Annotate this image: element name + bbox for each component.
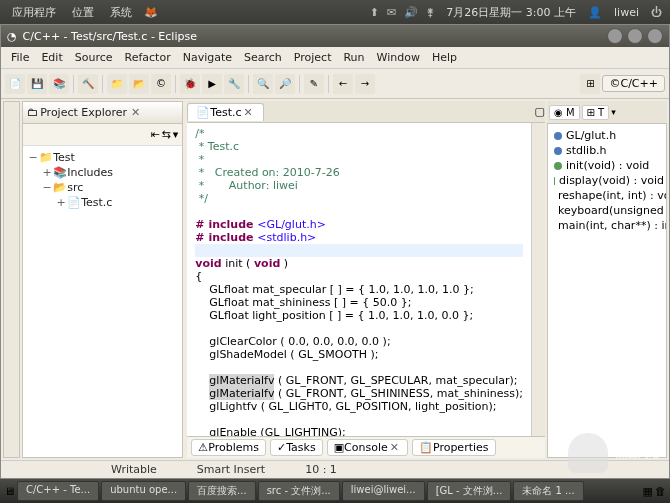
menu-help[interactable]: Help	[426, 51, 463, 64]
tab-properties[interactable]: 📋Properties	[412, 439, 496, 456]
outline-item[interactable]: main(int, char**) : in	[550, 218, 664, 233]
taskbar-button[interactable]: liwei@liwei...	[342, 481, 425, 501]
eclipse-window: ◔ C/C++ - Test/src/Test.c - Eclipse File…	[0, 24, 670, 479]
problems-icon: ⚠	[198, 441, 208, 454]
outline-tree[interactable]: GL/glut.hstdlib.hinit(void) : voiddispla…	[547, 123, 667, 458]
tree-file-testc[interactable]: +📄 Test.c	[27, 195, 178, 210]
maximize-editor-button[interactable]: ▢	[535, 105, 545, 118]
menu-edit[interactable]: Edit	[35, 51, 68, 64]
console-icon: ▣	[334, 441, 344, 454]
status-writable: Writable	[91, 463, 177, 476]
view-menu-button[interactable]: ▾	[611, 107, 616, 117]
menu-file[interactable]: File	[5, 51, 35, 64]
outline-item[interactable]: init(void) : void	[550, 158, 664, 173]
gnome-menu-apps[interactable]: 应用程序	[4, 5, 64, 20]
taskbar-button[interactable]: [GL - 文件浏...	[427, 481, 512, 501]
titlebar[interactable]: ◔ C/C++ - Test/src/Test.c - Eclipse	[1, 25, 669, 47]
minimize-button[interactable]	[607, 28, 623, 44]
collapse-all-button[interactable]: ⇤	[150, 128, 159, 141]
tree-includes[interactable]: +📚 Includes	[27, 165, 178, 180]
maximize-button[interactable]	[627, 28, 643, 44]
properties-icon: 📋	[419, 441, 433, 454]
power-icon[interactable]: ⏻	[647, 6, 666, 19]
show-desktop-icon[interactable]: 🖥	[4, 485, 15, 498]
menu-run[interactable]: Run	[337, 51, 370, 64]
menu-navigate[interactable]: Navigate	[177, 51, 238, 64]
c-file-icon: 📄	[196, 106, 210, 119]
outline-tab-m[interactable]: ◉ M	[549, 105, 580, 120]
taskbar-button[interactable]: 百度搜索...	[188, 481, 256, 501]
editor-area: 📄 Test.c ✕ ▢ /* * Test.c * * Created on:…	[187, 101, 545, 458]
menu-source[interactable]: Source	[69, 51, 119, 64]
perspective-cpp[interactable]: © C/C++	[602, 75, 665, 92]
search-button[interactable]: 🔎	[275, 74, 295, 94]
new-button[interactable]: 📄	[5, 74, 25, 94]
close-icon[interactable]: ✕	[388, 441, 401, 454]
outline-tab-t[interactable]: ⊞ T	[582, 105, 610, 120]
build-button[interactable]: 🔨	[78, 74, 98, 94]
close-icon[interactable]: ✕	[129, 106, 142, 119]
tab-console[interactable]: ▣Console✕	[327, 439, 408, 456]
taskbar-button[interactable]: 未命名 1 ...	[513, 481, 583, 501]
gnome-menu-places[interactable]: 位置	[64, 5, 102, 20]
outline-panel: ◉ M ⊞ T ▾ GL/glut.hstdlib.hinit(void) : …	[547, 101, 667, 458]
tree-src[interactable]: −📂 src	[27, 180, 178, 195]
project-explorer-panel: 🗀 Project Explorer ✕ ⇤ ⇆ ▾ −📁 Test	[22, 101, 183, 458]
taskbar-button[interactable]: src - 文件浏...	[258, 481, 340, 501]
menu-refactor[interactable]: Refactor	[119, 51, 177, 64]
mail-icon[interactable]: ✉	[383, 6, 400, 19]
editor-tab-testc[interactable]: 📄 Test.c ✕	[187, 103, 263, 121]
open-type-button[interactable]: 🔍	[253, 74, 273, 94]
bottom-tab-bar: ⚠Problems ✓Tasks ▣Console✕ 📋Properties	[187, 436, 545, 458]
cpp-icon: ©	[609, 77, 620, 90]
tree-project[interactable]: −📁 Test	[27, 150, 178, 165]
menu-project[interactable]: Project	[288, 51, 338, 64]
volume-icon[interactable]: 🔊	[400, 6, 422, 19]
code-editor[interactable]: /* * Test.c * * Created on: 2010-7-26 * …	[187, 123, 545, 436]
window-title: C/C++ - Test/src/Test.c - Eclipse	[23, 30, 603, 43]
editor-text[interactable]: /* * Test.c * * Created on: 2010-7-26 * …	[187, 123, 531, 436]
open-perspective-button[interactable]: ⊞	[580, 74, 600, 94]
user-menu[interactable]: liwei	[606, 6, 647, 19]
outline-item[interactable]: keyboard(unsigned c	[550, 203, 664, 218]
new-folder-button[interactable]: 📂	[129, 74, 149, 94]
firefox-icon[interactable]: 🦊	[140, 6, 162, 19]
save-button[interactable]: 💾	[27, 74, 47, 94]
tasks-icon: ✓	[277, 441, 286, 454]
taskbar-button[interactable]: ubuntu ope...	[101, 481, 186, 501]
new-project-button[interactable]: 📁	[107, 74, 127, 94]
gnome-top-panel: 应用程序 位置 系统 🦊 ⬆ ✉ 🔊 ⚵ 7月26日星期一 3:00 上午 👤 …	[0, 0, 670, 24]
workspace-switcher[interactable]: ▦	[643, 485, 653, 498]
run-button[interactable]: ▶	[202, 74, 222, 94]
update-icon[interactable]: ⬆	[366, 6, 383, 19]
fast-view-bar[interactable]	[3, 101, 20, 458]
taskbar-button[interactable]: C/C++ - Te...	[17, 481, 99, 501]
menu-window[interactable]: Window	[371, 51, 426, 64]
vertical-scrollbar[interactable]	[531, 123, 545, 436]
tab-problems[interactable]: ⚠Problems	[191, 439, 266, 456]
project-tree[interactable]: −📁 Test +📚 Includes −📂 src +📄 Test.c	[23, 146, 182, 457]
network-icon[interactable]: ⚵	[422, 6, 438, 19]
outline-item[interactable]: reshape(int, int) : vo	[550, 188, 664, 203]
outline-item[interactable]: display(void) : void	[550, 173, 664, 188]
close-button[interactable]	[647, 28, 663, 44]
clock[interactable]: 7月26日星期一 3:00 上午	[438, 5, 584, 20]
toggle-mark-button[interactable]: ✎	[304, 74, 324, 94]
link-editor-button[interactable]: ⇆	[162, 128, 171, 141]
tab-tasks[interactable]: ✓Tasks	[270, 439, 323, 456]
view-menu-button[interactable]: ▾	[173, 128, 179, 141]
outline-item[interactable]: GL/glut.h	[550, 128, 664, 143]
save-all-button[interactable]: 📚	[49, 74, 69, 94]
menu-search[interactable]: Search	[238, 51, 288, 64]
main-toolbar: 📄 💾 📚 🔨 📁 📂 © 🐞 ▶ 🔧 🔍 🔎 ✎ ← → ⊞ © C/C++	[1, 69, 669, 99]
debug-button[interactable]: 🐞	[180, 74, 200, 94]
close-icon[interactable]: ✕	[242, 106, 255, 119]
ext-tools-button[interactable]: 🔧	[224, 74, 244, 94]
trash-icon[interactable]: 🗑	[655, 485, 666, 498]
outline-item[interactable]: stdlib.h	[550, 143, 664, 158]
new-class-button[interactable]: ©	[151, 74, 171, 94]
gnome-menu-system[interactable]: 系统	[102, 5, 140, 20]
nav-back-button[interactable]: ←	[333, 74, 353, 94]
outline-dot-icon	[554, 162, 562, 170]
nav-fwd-button[interactable]: →	[355, 74, 375, 94]
